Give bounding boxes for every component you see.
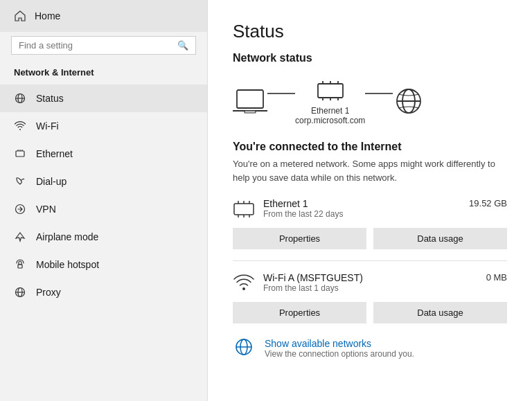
wifi-data-usage-button[interactable]: Data usage bbox=[373, 302, 507, 323]
network-card-ethernet: Ethernet 1 From the last 22 days 19.52 G… bbox=[233, 198, 507, 249]
main-content: Status Network status Ethe bbox=[208, 0, 532, 401]
ethernet-card-buttons: Properties Data usage bbox=[233, 228, 507, 249]
search-icon: 🔍 bbox=[177, 40, 188, 51]
diagram-laptop bbox=[233, 87, 267, 115]
ethernet-card-name: Ethernet 1 bbox=[263, 198, 469, 209]
sidebar-item-label-status: Status bbox=[36, 93, 64, 104]
home-icon bbox=[14, 10, 26, 22]
sidebar-item-dialup[interactable]: Dial-up bbox=[0, 168, 207, 195]
globe-icon bbox=[14, 92, 26, 105]
sidebar-home-label: Home bbox=[35, 10, 60, 21]
wifi-card-icon bbox=[233, 274, 255, 295]
svg-rect-25 bbox=[234, 204, 254, 215]
ethernet-properties-button[interactable]: Properties bbox=[233, 228, 366, 249]
diagram-router: Ethernet 1 corp.microsoft.com bbox=[295, 77, 365, 125]
ethernet-card-usage: 19.52 GB bbox=[469, 198, 507, 208]
sidebar: Home 🔍 Network & Internet Status Wi-Fi bbox=[0, 0, 208, 401]
wifi-card-buttons: Properties Data usage bbox=[233, 302, 507, 323]
hotspot-icon bbox=[14, 258, 26, 271]
sidebar-item-label-hotspot: Mobile hotspot bbox=[36, 259, 99, 270]
svg-point-32 bbox=[242, 287, 245, 290]
show-networks-sub: View the connection options around you. bbox=[265, 349, 414, 359]
sidebar-item-hotspot[interactable]: Mobile hotspot bbox=[0, 251, 207, 278]
sidebar-item-label-wifi: Wi-Fi bbox=[36, 121, 59, 132]
wifi-properties-button[interactable]: Properties bbox=[233, 302, 366, 323]
network-card-wifi: Wi-Fi A (MSFTGUEST) From the last 1 days… bbox=[233, 272, 507, 323]
wifi-card-name: Wi-Fi A (MSFTGUEST) bbox=[263, 272, 486, 283]
diagram-line-1 bbox=[267, 93, 295, 94]
sidebar-item-label-vpn: VPN bbox=[36, 204, 56, 215]
connected-sub: You're on a metered network. Some apps m… bbox=[233, 157, 507, 184]
ethernet-icon bbox=[14, 148, 26, 160]
dialup-icon bbox=[14, 175, 26, 188]
diagram-globe bbox=[393, 87, 425, 115]
sidebar-item-ethernet[interactable]: Ethernet bbox=[0, 140, 207, 168]
connected-title: You're connected to the Internet bbox=[233, 141, 507, 153]
section-title: Network status bbox=[233, 52, 507, 64]
ethernet-card-sub: From the last 22 days bbox=[263, 209, 469, 219]
wifi-card-sub: From the last 1 days bbox=[263, 283, 486, 293]
svg-rect-12 bbox=[237, 90, 263, 108]
vpn-icon bbox=[14, 203, 26, 215]
divider bbox=[233, 260, 507, 261]
ethernet-data-usage-button[interactable]: Data usage bbox=[373, 228, 507, 249]
sidebar-category-label: Network & Internet bbox=[0, 63, 207, 84]
svg-rect-8 bbox=[18, 265, 22, 268]
sidebar-item-vpn[interactable]: VPN bbox=[0, 195, 207, 223]
proxy-icon bbox=[14, 286, 26, 298]
show-available-networks[interactable]: Show available networks View the connect… bbox=[233, 335, 507, 362]
wifi-card-usage: 0 MB bbox=[486, 272, 507, 283]
show-networks-text: Show available networks View the connect… bbox=[265, 338, 414, 359]
page-title: Status bbox=[233, 21, 507, 42]
svg-rect-15 bbox=[318, 84, 343, 98]
sidebar-item-label-ethernet: Ethernet bbox=[36, 148, 73, 159]
search-box[interactable]: 🔍 bbox=[11, 36, 196, 55]
sidebar-item-wifi[interactable]: Wi-Fi bbox=[0, 112, 207, 140]
diagram-line-2 bbox=[365, 93, 393, 94]
svg-rect-3 bbox=[16, 151, 24, 157]
svg-rect-14 bbox=[245, 111, 256, 113]
show-networks-icon bbox=[233, 337, 255, 359]
sidebar-item-status[interactable]: Status bbox=[0, 84, 207, 112]
airplane-icon bbox=[14, 231, 26, 243]
sidebar-item-label-airplane: Airplane mode bbox=[36, 231, 98, 242]
diagram-label-1: Ethernet 1 corp.microsoft.com bbox=[295, 106, 365, 125]
globe-diagram-icon bbox=[393, 87, 425, 115]
sidebar-item-home[interactable]: Home bbox=[0, 0, 207, 32]
laptop-icon bbox=[233, 87, 267, 115]
sidebar-item-proxy[interactable]: Proxy bbox=[0, 278, 207, 306]
router-icon bbox=[316, 77, 345, 103]
sidebar-item-label-proxy: Proxy bbox=[36, 287, 61, 298]
sidebar-item-label-dialup: Dial-up bbox=[36, 176, 66, 187]
search-input[interactable] bbox=[19, 40, 172, 51]
sidebar-item-airplane[interactable]: Airplane mode bbox=[0, 223, 207, 251]
show-networks-title: Show available networks bbox=[265, 338, 414, 349]
network-diagram: Ethernet 1 corp.microsoft.com bbox=[233, 77, 507, 125]
ethernet-card-icon bbox=[233, 199, 255, 221]
wifi-icon bbox=[14, 120, 26, 132]
